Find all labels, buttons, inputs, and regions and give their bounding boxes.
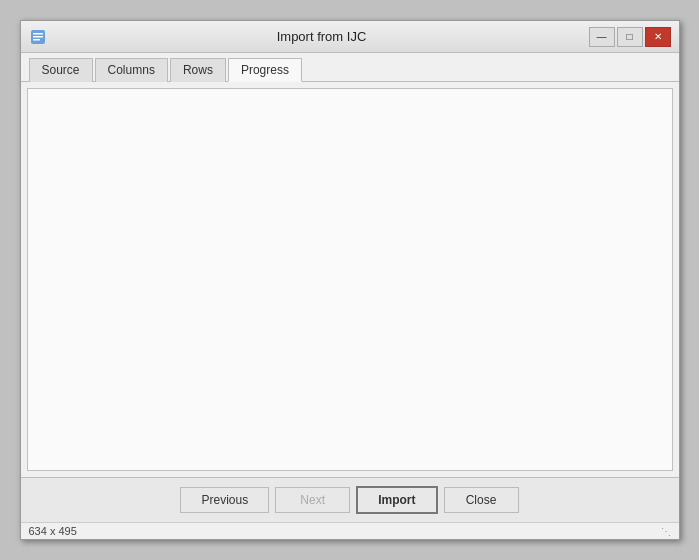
- footer-bar: Previous Next Import Close: [21, 477, 679, 522]
- window-controls: — □ ✕: [589, 27, 671, 47]
- tab-progress[interactable]: Progress: [228, 58, 302, 82]
- tabs-bar: Source Columns Rows Progress: [21, 53, 679, 82]
- log-area[interactable]: [27, 88, 673, 471]
- svg-rect-2: [33, 36, 43, 38]
- titlebar: Import from IJC — □ ✕: [21, 21, 679, 53]
- content-area: [21, 82, 679, 477]
- svg-rect-3: [33, 39, 40, 41]
- tab-rows[interactable]: Rows: [170, 58, 226, 82]
- import-button[interactable]: Import: [356, 486, 437, 514]
- dimensions-label: 634 x 495: [29, 525, 77, 537]
- maximize-button[interactable]: □: [617, 27, 643, 47]
- main-window: Import from IJC — □ ✕ Source Columns Row…: [20, 20, 680, 540]
- tab-columns[interactable]: Columns: [95, 58, 168, 82]
- window-title: Import from IJC: [55, 29, 589, 44]
- app-icon: [29, 28, 47, 46]
- resize-handle-icon: ⋱: [661, 526, 671, 537]
- tab-source[interactable]: Source: [29, 58, 93, 82]
- statusbar: 634 x 495 ⋱: [21, 522, 679, 539]
- svg-rect-1: [33, 33, 43, 35]
- next-button[interactable]: Next: [275, 487, 350, 513]
- minimize-button[interactable]: —: [589, 27, 615, 47]
- previous-button[interactable]: Previous: [180, 487, 269, 513]
- close-window-button[interactable]: ✕: [645, 27, 671, 47]
- close-button[interactable]: Close: [444, 487, 519, 513]
